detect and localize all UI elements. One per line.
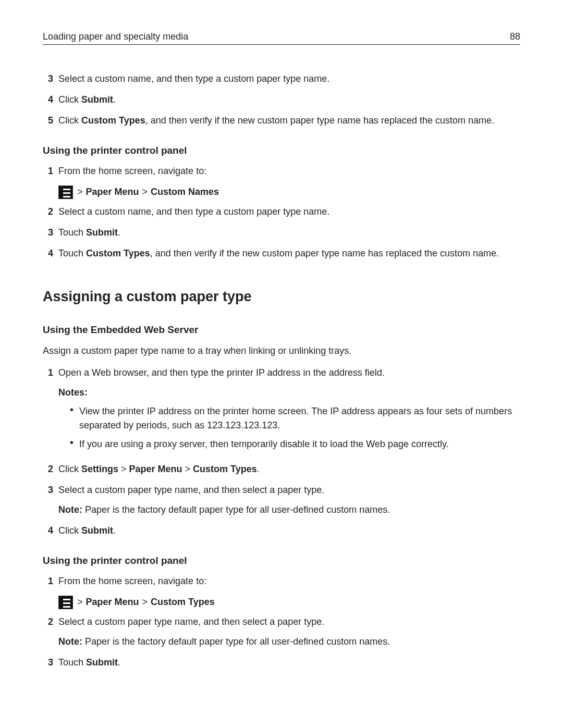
- item-text: Select a custom paper type name, and the…: [58, 616, 324, 627]
- section3-list: 1 From the home screen, navigate to:: [43, 574, 520, 589]
- bold-term: Custom Types: [86, 248, 150, 258]
- note-text: Paper is the factory default paper type …: [82, 636, 390, 647]
- text-prefix: Click: [58, 464, 81, 474]
- list-text: Select a custom paper type name, and the…: [58, 615, 520, 649]
- bold-term: Custom Types: [81, 115, 145, 126]
- list-number: 1: [43, 574, 58, 589]
- list-number: 4: [43, 93, 58, 107]
- text-suffix: .: [257, 464, 260, 474]
- text-suffix: .: [113, 94, 116, 105]
- list-item: 1 From the home screen, navigate to:: [43, 574, 520, 589]
- bold-term: Submit: [86, 227, 118, 238]
- list-number: 4: [43, 524, 58, 538]
- bold-term: Submit: [81, 94, 113, 105]
- breadcrumb-separator: >: [139, 595, 151, 610]
- list-number: 2: [43, 205, 58, 219]
- list-text: Touch Submit.: [58, 656, 520, 670]
- breadcrumb-separator: >: [139, 185, 151, 200]
- list-number: 5: [43, 114, 58, 128]
- list-number: 4: [43, 246, 58, 261]
- list-item: 2 Click Settings > Paper Menu > Custom T…: [43, 462, 520, 477]
- page-header: Loading paper and specialty media 88: [43, 31, 520, 45]
- item-text: Open a Web browser, and then type the pr…: [58, 367, 385, 378]
- list-item: 1 Open a Web browser, and then type the …: [43, 366, 520, 456]
- section1-list: 1 From the home screen, navigate to:: [43, 164, 520, 179]
- breadcrumb-segment: Custom Types: [151, 595, 215, 610]
- list-text: Open a Web browser, and then type the pr…: [58, 366, 520, 456]
- bold-term: Custom Types: [193, 464, 257, 474]
- note-text: Paper is the factory default paper type …: [82, 504, 390, 515]
- list-number: 3: [43, 226, 58, 240]
- section3-list-cont: 2 Select a custom paper type name, and t…: [43, 615, 520, 670]
- text-suffix: , and then verify if the new custom pape…: [150, 248, 499, 258]
- subheading-printer-panel-1: Using the printer control panel: [43, 143, 520, 158]
- list-number: 2: [43, 462, 58, 477]
- text-prefix: Touch: [58, 248, 86, 258]
- list-item: 5 Click Custom Types, and then verify if…: [43, 114, 520, 128]
- text-prefix: Touch: [58, 657, 86, 668]
- nav-path: > Paper Menu > Custom Types: [43, 595, 520, 610]
- list-text: Touch Submit.: [58, 226, 520, 240]
- list-item: 4 Click Submit.: [43, 93, 520, 107]
- sub-note: Note: Paper is the factory default paper…: [58, 503, 520, 517]
- list-text: Select a custom name, and then type a cu…: [58, 72, 520, 87]
- intro-text: Assign a custom paper type name to a tra…: [43, 344, 520, 359]
- text-prefix: Click: [58, 94, 81, 105]
- breadcrumb-separator: >: [74, 185, 86, 200]
- breadcrumb-segment: Custom Names: [151, 185, 219, 200]
- list-item: 3 Select a custom name, and then type a …: [43, 72, 520, 87]
- list-number: 1: [43, 164, 58, 179]
- list-item: 3 Touch Submit.: [43, 656, 520, 670]
- notes-label: Notes:: [58, 386, 520, 400]
- breadcrumb-segment: Paper Menu: [86, 185, 139, 200]
- text-prefix: Touch: [58, 227, 86, 238]
- text-prefix: Click: [58, 115, 81, 126]
- note-label: Note:: [58, 636, 82, 647]
- list-number: 3: [43, 483, 58, 517]
- page-number: 88: [510, 31, 520, 42]
- list-item: 4 Click Submit.: [43, 524, 520, 538]
- breadcrumb-segment: Paper Menu: [86, 595, 139, 610]
- list-number: 2: [43, 615, 58, 649]
- note-label: Note:: [58, 504, 82, 515]
- list-number: 1: [43, 366, 58, 456]
- list-number: 3: [43, 656, 58, 670]
- page-content: 3 Select a custom name, and then type a …: [43, 72, 520, 670]
- bold-term: Submit: [86, 657, 118, 668]
- sub-note: Note: Paper is the factory default paper…: [58, 635, 520, 649]
- subheading-embedded-web: Using the Embedded Web Server: [43, 322, 520, 337]
- list-text: Click Submit.: [58, 93, 520, 107]
- list-item: 3 Touch Submit.: [43, 226, 520, 240]
- list-text: From the home screen, navigate to:: [58, 574, 520, 589]
- list-text: Click Submit.: [58, 524, 520, 538]
- breadcrumb-separator: >: [118, 464, 129, 474]
- list-text: Click Settings > Paper Menu > Custom Typ…: [58, 462, 520, 477]
- bullet-item: If you are using a proxy server, then te…: [70, 437, 520, 452]
- top-numbered-list: 3 Select a custom name, and then type a …: [43, 72, 520, 128]
- list-text: Touch Custom Types, and then verify if t…: [58, 246, 520, 261]
- item-text: Select a custom paper type name, and the…: [58, 485, 324, 495]
- text-prefix: Click: [58, 525, 81, 536]
- header-title: Loading paper and specialty media: [43, 31, 188, 42]
- text-suffix: .: [118, 227, 120, 238]
- section2-list: 1 Open a Web browser, and then type the …: [43, 366, 520, 538]
- text-suffix: , and then verify if the new custom pape…: [145, 115, 494, 126]
- bold-term: Submit: [81, 525, 113, 536]
- list-item: 3 Select a custom paper type name, and t…: [43, 483, 520, 517]
- subheading-printer-panel-2: Using the printer control panel: [43, 553, 520, 568]
- menu-icon: [58, 596, 73, 609]
- list-item: 1 From the home screen, navigate to:: [43, 164, 520, 179]
- list-item: 2 Select a custom name, and then type a …: [43, 205, 520, 219]
- main-heading: Assigning a custom paper type: [43, 286, 520, 308]
- list-item: 2 Select a custom paper type name, and t…: [43, 615, 520, 649]
- list-text: Click Custom Types, and then verify if t…: [58, 114, 520, 128]
- text-suffix: .: [118, 657, 120, 668]
- nav-path: > Paper Menu > Custom Names: [43, 185, 520, 200]
- bullet-item: View the printer IP address on the print…: [70, 404, 520, 434]
- bold-term: Settings: [81, 464, 118, 474]
- notes-bullets: View the printer IP address on the print…: [58, 404, 520, 452]
- menu-icon: [58, 186, 73, 199]
- list-text: Select a custom name, and then type a cu…: [58, 205, 520, 219]
- list-number: 3: [43, 72, 58, 87]
- list-text: Select a custom paper type name, and the…: [58, 483, 520, 517]
